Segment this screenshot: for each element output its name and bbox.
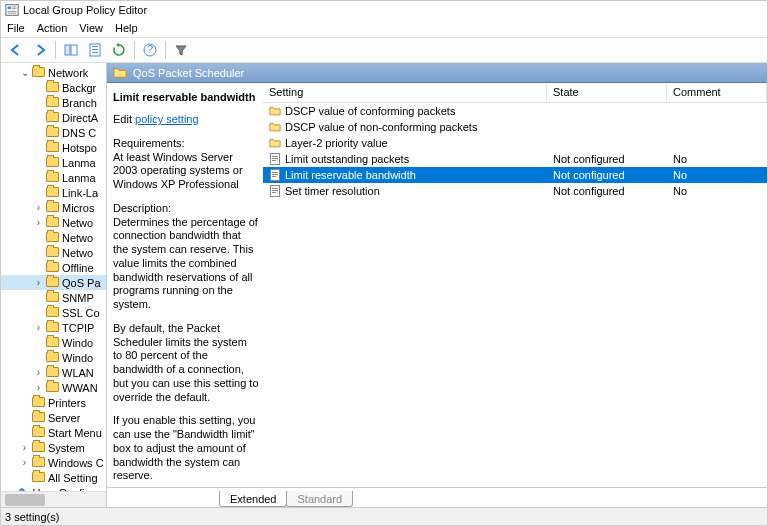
folder-icon: [46, 172, 60, 184]
expand-icon[interactable]: ›: [19, 442, 30, 453]
back-button[interactable]: [5, 39, 27, 61]
folder-icon: [32, 457, 46, 469]
tree-item[interactable]: Windo: [1, 335, 106, 350]
expand-icon[interactable]: ›: [33, 322, 44, 333]
tree-item[interactable]: ›WLAN: [1, 365, 106, 380]
folder-icon: [46, 337, 60, 349]
tree-item-label: QoS Pa: [62, 277, 101, 289]
setting-row[interactable]: DSCP value of non-conforming packets: [263, 119, 767, 135]
setting-comment: No: [667, 169, 767, 181]
tree-item[interactable]: Hotspo: [1, 140, 106, 155]
setting-row[interactable]: Layer-2 priority value: [263, 135, 767, 151]
folder-icon: [46, 142, 60, 154]
refresh-button[interactable]: [108, 39, 130, 61]
folder-icon: [46, 82, 60, 94]
svg-rect-17: [272, 158, 278, 159]
tree-item[interactable]: Backgr: [1, 80, 106, 95]
tree-item-label: SNMP: [62, 292, 94, 304]
expand-icon[interactable]: ›: [33, 217, 44, 228]
tree-item[interactable]: DirectA: [1, 110, 106, 125]
folder-icon: [32, 412, 46, 424]
tree-item[interactable]: DNS C: [1, 125, 106, 140]
setting-state: Not configured: [547, 153, 667, 165]
setting-row[interactable]: DSCP value of conforming packets: [263, 103, 767, 119]
folder-icon: [32, 397, 46, 409]
svg-rect-7: [71, 45, 77, 55]
tree-item[interactable]: Start Menu: [1, 425, 106, 440]
setting-row[interactable]: Set timer resolutionNot configuredNo: [263, 183, 767, 199]
tree-item-label: Windows C: [48, 457, 104, 469]
edit-policy-link[interactable]: policy setting: [135, 113, 199, 125]
tree-item[interactable]: ›Netwo: [1, 215, 106, 230]
setting-comment: No: [667, 153, 767, 165]
tree-item[interactable]: ⌄Network: [1, 65, 106, 80]
svg-rect-18: [272, 160, 276, 161]
tree-item[interactable]: Link-La: [1, 185, 106, 200]
tree-item[interactable]: All Setting: [1, 470, 106, 485]
policy-icon: [269, 153, 281, 165]
forward-button[interactable]: [29, 39, 51, 61]
menu-view[interactable]: View: [79, 22, 103, 34]
expand-icon[interactable]: ›: [33, 277, 44, 288]
requirements-block: Requirements: At least Windows Server 20…: [113, 137, 259, 192]
folder-icon: [46, 217, 60, 229]
col-header-state[interactable]: State: [547, 83, 667, 102]
tree-item[interactable]: Windo: [1, 350, 106, 365]
tree-item[interactable]: ›Windows C: [1, 455, 106, 470]
show-hide-tree-button[interactable]: [60, 39, 82, 61]
list-rows[interactable]: DSCP value of conforming packetsDSCP val…: [263, 103, 767, 487]
tree-item[interactable]: SSL Co: [1, 305, 106, 320]
filter-button[interactable]: [170, 39, 192, 61]
tree-horizontal-scrollbar[interactable]: [1, 491, 106, 507]
col-header-comment[interactable]: Comment: [667, 83, 767, 102]
svg-rect-9: [92, 46, 98, 47]
tree-item[interactable]: Lanma: [1, 155, 106, 170]
expand-icon[interactable]: ›: [33, 382, 44, 393]
properties-button[interactable]: [84, 39, 106, 61]
setting-name: DSCP value of non-conforming packets: [285, 121, 477, 133]
expand-icon[interactable]: ›: [19, 457, 30, 468]
requirements-label: Requirements:: [113, 137, 259, 151]
help-button[interactable]: ?: [139, 39, 161, 61]
tree-item[interactable]: ›Micros: [1, 200, 106, 215]
description-label: Description:: [113, 202, 259, 216]
tree-item[interactable]: ›TCPIP: [1, 320, 106, 335]
menu-help[interactable]: Help: [115, 22, 138, 34]
collapse-icon[interactable]: ⌄: [19, 67, 30, 78]
tab-extended[interactable]: Extended: [219, 491, 287, 507]
tree-item[interactable]: Branch: [1, 95, 106, 110]
toolbar-separator: [55, 41, 56, 59]
tree-item[interactable]: Netwo: [1, 245, 106, 260]
svg-rect-4: [8, 11, 17, 12]
tree-item[interactable]: Netwo: [1, 230, 106, 245]
svg-rect-10: [92, 49, 98, 50]
setting-row[interactable]: Limit reservable bandwidthNot configured…: [263, 167, 767, 183]
menu-action[interactable]: Action: [37, 22, 68, 34]
content-pane: QoS Packet Scheduler Limit reservable ba…: [107, 63, 767, 507]
tree-item[interactable]: ›System: [1, 440, 106, 455]
tree-item[interactable]: ›WWAN: [1, 380, 106, 395]
folder-icon: [46, 382, 60, 394]
setting-row[interactable]: Limit outstanding packetsNot configuredN…: [263, 151, 767, 167]
svg-rect-3: [12, 8, 16, 9]
tree-item-label: Netwo: [62, 232, 93, 244]
tree-item-label: DirectA: [62, 112, 98, 124]
tree-item[interactable]: Lanma: [1, 170, 106, 185]
nav-tree[interactable]: ⌄NetworkBackgrBranchDirectADNS CHotspoLa…: [1, 65, 106, 507]
col-header-setting[interactable]: Setting: [263, 83, 547, 102]
tree-item[interactable]: SNMP: [1, 290, 106, 305]
tree-item-label: Backgr: [62, 82, 96, 94]
content-body: Limit reservable bandwidth Edit policy s…: [107, 83, 767, 487]
svg-rect-24: [272, 188, 278, 189]
tree-item[interactable]: Server: [1, 410, 106, 425]
folder-icon: [46, 262, 60, 274]
expand-icon[interactable]: ›: [33, 367, 44, 378]
expand-icon[interactable]: ›: [33, 202, 44, 213]
tree-item[interactable]: ›QoS Pa: [1, 275, 106, 290]
svg-rect-26: [272, 192, 276, 193]
menu-file[interactable]: File: [7, 22, 25, 34]
tab-standard[interactable]: Standard: [286, 491, 353, 507]
scrollbar-thumb[interactable]: [5, 494, 45, 506]
tree-item[interactable]: Offline: [1, 260, 106, 275]
tree-item[interactable]: Printers: [1, 395, 106, 410]
